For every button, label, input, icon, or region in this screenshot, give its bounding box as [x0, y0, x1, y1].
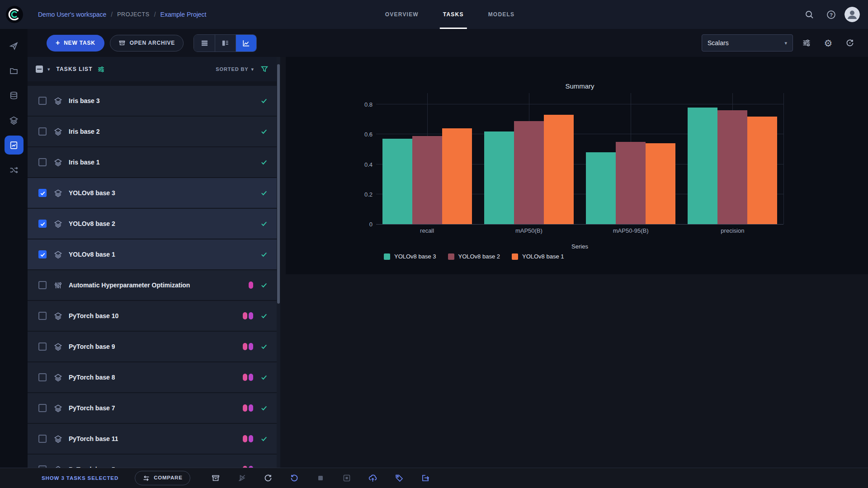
task-completed-icon	[260, 282, 268, 289]
task-checkbox[interactable]	[38, 435, 47, 443]
scrollbar-thumb[interactable]	[277, 64, 280, 304]
task-row[interactable]: YOLOv8 base 2	[28, 209, 277, 239]
show-selected-button[interactable]: SHOW 3 TASKS SELECTED	[42, 475, 118, 481]
task-row[interactable]: Iris base 3	[28, 86, 277, 116]
task-checkbox[interactable]	[38, 127, 47, 136]
task-name[interactable]: Automatic Hyperparameter Optimization	[69, 282, 190, 289]
task-checkbox[interactable]	[38, 373, 47, 381]
task-checkbox[interactable]	[38, 281, 47, 289]
sidebar-item-pipelines[interactable]	[5, 111, 24, 130]
task-row[interactable]: PyTorch base 11	[28, 424, 277, 454]
breadcrumb-project-link[interactable]: Example Project	[160, 11, 207, 18]
abort-icon[interactable]	[315, 473, 326, 483]
tab-tasks[interactable]: TASKS	[431, 0, 476, 29]
legend-item[interactable]: YOLOv8 base 2	[448, 253, 500, 260]
task-name[interactable]: PyTorch base 9	[69, 343, 115, 350]
task-row[interactable]: Iris base 1	[28, 147, 277, 177]
task-name[interactable]: PyTorch base 7	[69, 404, 115, 412]
auto-refresh-icon[interactable]	[842, 35, 858, 51]
sidebar-item-projects[interactable]	[5, 61, 24, 80]
table-view-button[interactable]	[194, 35, 215, 52]
task-checkbox[interactable]	[38, 158, 47, 166]
layers-icon	[54, 127, 62, 136]
search-icon[interactable]	[801, 6, 817, 23]
legend-item[interactable]: YOLOv8 base 1	[512, 253, 564, 260]
tab-overview[interactable]: OVERVIEW	[373, 0, 431, 29]
caret-down-icon[interactable]: ▾	[47, 66, 50, 72]
new-task-button[interactable]: + NEW TASK	[47, 35, 104, 52]
task-checkbox[interactable]	[38, 343, 47, 351]
task-completed-icon	[260, 159, 268, 166]
dequeue-icon[interactable]	[236, 473, 247, 483]
sidebar-item-datasets[interactable]	[5, 86, 24, 105]
task-name[interactable]: Iris base 1	[69, 159, 100, 166]
sidebar-item-reports[interactable]	[5, 136, 24, 155]
task-row[interactable]: Automatic Hyperparameter Optimization	[28, 270, 277, 300]
task-checkbox[interactable]	[38, 220, 47, 228]
y-tick-label: 0.6	[354, 131, 373, 138]
task-row-right	[253, 251, 268, 258]
breadcrumb-workspace-link[interactable]: Demo User's workspace	[38, 11, 106, 18]
task-row[interactable]: PyTorch base 10	[28, 301, 277, 331]
task-type-icon	[54, 343, 62, 351]
tab-models[interactable]: MODELS	[476, 0, 527, 29]
task-name[interactable]: YOLOv8 base 3	[69, 189, 115, 197]
task-name[interactable]: Iris base 2	[69, 128, 100, 135]
task-name[interactable]: Iris base 3	[69, 97, 100, 104]
settings-gear-icon[interactable]: ⚙	[820, 35, 836, 51]
select-all-checkbox[interactable]	[36, 66, 43, 73]
clearml-logo[interactable]	[0, 0, 29, 29]
help-icon[interactable]: ?	[823, 6, 839, 23]
task-checkbox[interactable]	[38, 250, 47, 258]
task-row-right	[253, 159, 268, 166]
open-archive-button[interactable]: OPEN ARCHIVE	[110, 35, 184, 52]
task-checkbox[interactable]	[38, 312, 47, 320]
task-completed-icon	[260, 312, 268, 319]
task-row-right	[243, 404, 268, 412]
task-checkbox[interactable]	[38, 404, 47, 412]
tune-icon[interactable]	[798, 35, 815, 51]
compare-button[interactable]: COMPARE	[135, 471, 190, 485]
task-name[interactable]: YOLOv8 base 1	[69, 251, 115, 258]
task-name[interactable]: PyTorch base 10	[69, 312, 118, 319]
publish-icon[interactable]	[368, 473, 378, 483]
legend-item[interactable]: YOLOv8 base 3	[384, 253, 436, 260]
task-row[interactable]: Iris base 2	[28, 117, 277, 146]
task-name[interactable]: YOLOv8 base 2	[69, 220, 115, 227]
task-row[interactable]: PyTorch base 7	[28, 393, 277, 423]
tune-icon[interactable]	[97, 66, 105, 73]
user-avatar[interactable]	[844, 7, 860, 22]
task-row[interactable]: PyTorch base 5	[28, 455, 277, 468]
task-row[interactable]: PyTorch base 8	[28, 362, 277, 392]
move-to-project-icon[interactable]	[420, 473, 431, 483]
split-view-button[interactable]	[215, 35, 236, 52]
archive-icon[interactable]	[210, 473, 221, 483]
task-completed-icon	[260, 404, 268, 412]
task-completed-icon	[260, 374, 268, 381]
reset-icon[interactable]	[289, 473, 300, 483]
task-row[interactable]: YOLOv8 base 3	[28, 178, 277, 208]
chart-view-button[interactable]	[236, 35, 256, 52]
bar-yolov8-base-2-recall	[412, 136, 442, 224]
task-checkbox[interactable]	[38, 97, 47, 105]
sorted-by-dropdown[interactable]: SORTED BY ▾	[216, 66, 254, 72]
breadcrumb-projects-link[interactable]: PROJECTS	[117, 11, 149, 18]
task-row-right	[243, 343, 268, 350]
footer-action-icons	[210, 473, 431, 483]
refresh-icon[interactable]	[263, 473, 274, 483]
task-row[interactable]: PyTorch base 9	[28, 332, 277, 361]
metric-dropdown[interactable]: Scalars ▾	[702, 34, 793, 52]
breadcrumb-separator: /	[111, 11, 113, 18]
clearml-logo-icon	[5, 5, 24, 23]
task-name[interactable]: PyTorch base 11	[69, 435, 118, 442]
task-name[interactable]: PyTorch base 8	[69, 374, 115, 381]
tasks-scrollbar[interactable]	[277, 57, 280, 468]
sidebar-item-workers-queues[interactable]	[5, 160, 24, 179]
add-tag-icon[interactable]	[394, 473, 405, 483]
abort-all-children-icon[interactable]	[341, 473, 352, 483]
filter-funnel-icon[interactable]	[260, 65, 269, 73]
sidebar-item-dashboard[interactable]	[5, 36, 24, 55]
task-checkbox[interactable]	[38, 189, 47, 197]
layers-icon	[54, 158, 62, 167]
task-row[interactable]: YOLOv8 base 1	[28, 239, 277, 269]
